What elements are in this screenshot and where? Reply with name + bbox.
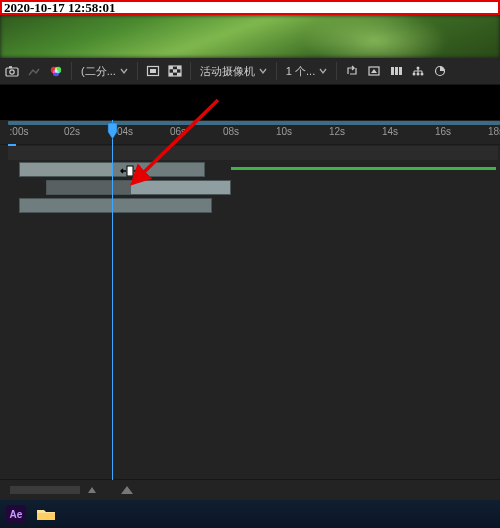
svg-rect-15 (391, 67, 394, 75)
layer-clip[interactable] (46, 180, 232, 195)
svg-rect-16 (395, 67, 398, 75)
ruler-tick: 12s (329, 126, 345, 137)
ruler-tick: 02s (64, 126, 80, 137)
resolution-select[interactable]: (二分... (77, 61, 132, 81)
svg-rect-0 (6, 68, 18, 76)
work-area-track (0, 144, 500, 160)
ruler-tick: 14s (382, 126, 398, 137)
windows-taskbar: Ae (0, 500, 500, 528)
svg-rect-10 (177, 66, 181, 69)
svg-rect-7 (150, 69, 156, 73)
svg-rect-2 (9, 66, 12, 68)
reset-exposure-icon[interactable] (430, 61, 450, 81)
svg-rect-9 (169, 66, 173, 69)
resolution-label: (二分... (81, 64, 116, 79)
share-view-icon[interactable] (342, 61, 362, 81)
views-label: 1 个... (286, 64, 315, 79)
camera-select[interactable]: 活动摄像机 (196, 61, 271, 81)
timeline-zoom-bar[interactable] (0, 479, 500, 500)
svg-rect-13 (177, 73, 181, 76)
ruler-tick: 10s (276, 126, 292, 137)
svg-rect-11 (173, 69, 177, 72)
svg-point-1 (10, 70, 14, 74)
views-select[interactable]: 1 个... (282, 61, 331, 81)
camera-label: 活动摄像机 (200, 64, 255, 79)
zoom-out-icon[interactable] (86, 484, 98, 498)
channel-icon[interactable] (46, 61, 66, 81)
folder-icon[interactable] (34, 504, 58, 524)
work-area-bg (8, 146, 498, 160)
time-ruler[interactable]: :00s02s04s06s08s10s12s14s16s18s (0, 120, 500, 145)
ruler-tick: 04s (117, 126, 133, 137)
ruler-tick: 16s (435, 126, 451, 137)
ruler-tick: 08s (223, 126, 239, 137)
chevron-down-icon (259, 67, 267, 75)
ruler-tick: :00s (10, 126, 29, 137)
composition-footer-toolbar: (二分... 活动摄像机 1 个... (0, 58, 500, 85)
svg-text:Ae: Ae (10, 509, 23, 520)
chevron-down-icon (120, 67, 128, 75)
svg-point-5 (53, 70, 59, 76)
preview-viewport (0, 15, 500, 58)
ruler-tick: 18s (488, 126, 500, 137)
chevron-down-icon (319, 67, 327, 75)
pixel-aspect-icon[interactable] (364, 61, 384, 81)
svg-rect-17 (399, 67, 402, 75)
roi-icon[interactable] (143, 61, 163, 81)
layer-row (0, 196, 500, 214)
snapshot-icon[interactable] (2, 61, 22, 81)
timestamp-text: 2020-10-17 12:58:01 (2, 2, 498, 13)
layer-clip[interactable] (19, 198, 212, 213)
transparency-grid-icon[interactable] (165, 61, 185, 81)
zoom-in-icon[interactable] (120, 484, 134, 498)
flowchart-icon[interactable] (408, 61, 428, 81)
fast-preview-icon[interactable] (386, 61, 406, 81)
zoom-handle-left[interactable] (10, 486, 80, 494)
work-area-bar[interactable] (8, 121, 500, 125)
panel-divider (0, 85, 500, 120)
timestamp-overlay: 2020-10-17 12:58:01 (0, 0, 500, 15)
show-snapshot-icon[interactable] (24, 61, 44, 81)
layer-row (0, 178, 500, 196)
timeline-panel: :00s02s04s06s08s10s12s14s16s18s (0, 120, 500, 480)
playhead-line (112, 120, 113, 480)
svg-rect-12 (169, 73, 173, 76)
cached-preview-bar (231, 167, 496, 170)
ruler-tick: 06s (170, 126, 186, 137)
ae-app-icon[interactable]: Ae (4, 504, 28, 524)
tracks-area (0, 144, 500, 480)
